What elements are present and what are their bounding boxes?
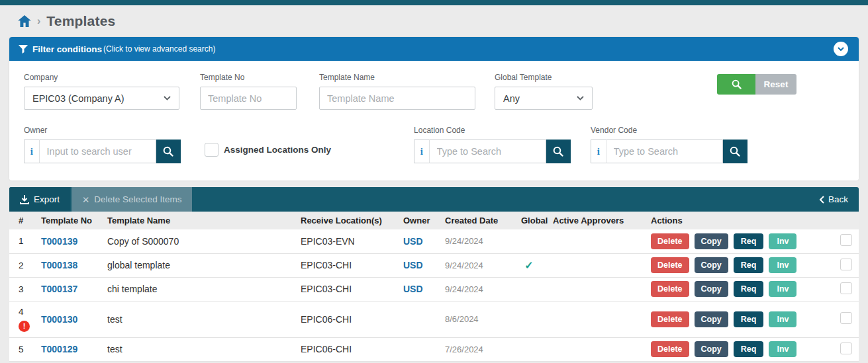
created-date-cell: 8/6/2024 bbox=[437, 301, 513, 337]
company-select[interactable]: EPIC03 (Company A) bbox=[24, 87, 179, 110]
inv-button[interactable]: Inv bbox=[769, 341, 796, 357]
delete-button[interactable]: Delete bbox=[651, 233, 689, 249]
receive-location-cell: EPIC03-EVN bbox=[293, 229, 395, 253]
row-number: 2 bbox=[19, 261, 24, 270]
template-name-input[interactable] bbox=[319, 87, 475, 110]
row-number: 4 bbox=[19, 307, 24, 317]
assigned-locations-checkbox[interactable] bbox=[205, 143, 218, 157]
home-icon[interactable] bbox=[18, 15, 31, 27]
delete-button[interactable]: Delete bbox=[651, 311, 689, 327]
active-approvers-cell bbox=[545, 253, 643, 277]
owner-link[interactable]: USD bbox=[403, 284, 423, 294]
header-checkbox bbox=[834, 212, 859, 229]
export-button[interactable]: Export bbox=[9, 187, 70, 212]
company-label: Company bbox=[24, 73, 179, 82]
delete-selected-button[interactable]: ✕ Delete Selected Items bbox=[72, 187, 192, 212]
created-date-cell: 9/24/2024 bbox=[437, 253, 513, 277]
delete-button[interactable]: Delete bbox=[651, 281, 689, 297]
template-no-link[interactable]: T000137 bbox=[41, 284, 77, 294]
template-no-link[interactable]: T000130 bbox=[41, 314, 77, 325]
copy-button[interactable]: Copy bbox=[695, 281, 728, 297]
template-no-link[interactable]: T000138 bbox=[41, 260, 77, 270]
copy-button[interactable]: Copy bbox=[695, 257, 728, 273]
search-icon bbox=[730, 146, 740, 157]
copy-button[interactable]: Copy bbox=[695, 311, 728, 327]
header-global: Global bbox=[513, 212, 545, 229]
row-checkbox[interactable] bbox=[840, 282, 852, 294]
location-code-search-button[interactable] bbox=[546, 140, 571, 163]
global-template-label: Global Template bbox=[495, 73, 593, 82]
filter-subtitle: (Click to view advanced search) bbox=[103, 44, 215, 54]
table-row: 4 ! T000130 test EPIC06-CHI 8/6/2024 ✓ D… bbox=[9, 301, 859, 337]
inv-button[interactable]: Inv bbox=[769, 311, 796, 327]
inv-button[interactable]: Inv bbox=[769, 281, 796, 297]
template-name-cell: chi template bbox=[99, 277, 293, 301]
req-button[interactable]: Req bbox=[734, 281, 764, 297]
header-receive-locations: Receive Location(s) bbox=[293, 212, 395, 229]
delete-button[interactable]: Delete bbox=[651, 341, 689, 357]
template-name-label: Template Name bbox=[319, 73, 475, 82]
filter-collapse-button[interactable] bbox=[834, 42, 848, 56]
chevron-down-icon bbox=[164, 96, 171, 101]
table-row: 5 ! T000129 test EPIC06-CHI 7/26/2024 ✓ … bbox=[9, 337, 859, 361]
global-template-select-value: Any bbox=[503, 93, 520, 104]
table-row: 1 ! T000139 Copy of S000070 EPIC03-EVN U… bbox=[9, 229, 859, 253]
receive-location-cell: EPIC06-CHI bbox=[293, 301, 395, 337]
owner-search-button[interactable] bbox=[156, 140, 181, 163]
template-no-link[interactable]: T000129 bbox=[41, 344, 77, 354]
receive-location-cell: EPIC06-CHI bbox=[293, 337, 395, 361]
filter-header[interactable]: Filter conditions (Click to view advance… bbox=[9, 37, 859, 61]
row-checkbox[interactable] bbox=[840, 234, 852, 246]
assigned-locations-checkbox-row[interactable]: Assigned Locations Only bbox=[205, 143, 331, 157]
table-toolbar: Export ✕ Delete Selected Items Back bbox=[9, 187, 859, 212]
back-button[interactable]: Back bbox=[808, 187, 859, 212]
table-body: 1 ! T000139 Copy of S000070 EPIC03-EVN U… bbox=[9, 229, 859, 361]
error-icon: ! bbox=[19, 321, 30, 332]
company-select-value: EPIC03 (Company A) bbox=[32, 93, 124, 104]
row-number: 3 bbox=[19, 284, 24, 294]
location-code-search-input[interactable] bbox=[429, 140, 546, 163]
copy-button[interactable]: Copy bbox=[695, 233, 728, 249]
header-actions: Actions bbox=[643, 212, 834, 229]
template-no-link[interactable]: T000139 bbox=[41, 236, 77, 247]
owner-link[interactable]: USD bbox=[403, 236, 423, 247]
owner-label: Owner bbox=[24, 126, 181, 135]
filter-search-button[interactable] bbox=[717, 74, 755, 95]
inv-button[interactable]: Inv bbox=[769, 257, 796, 273]
owner-search-input[interactable] bbox=[39, 140, 156, 163]
search-icon bbox=[163, 146, 173, 157]
delete-button[interactable]: Delete bbox=[651, 257, 689, 273]
vendor-code-search-button[interactable] bbox=[723, 140, 747, 163]
vendor-code-search-input[interactable] bbox=[606, 140, 723, 163]
info-icon: i bbox=[591, 140, 606, 163]
req-button[interactable]: Req bbox=[734, 341, 764, 357]
top-strip bbox=[0, 0, 868, 5]
template-name-cell: test bbox=[99, 337, 293, 361]
template-no-input[interactable] bbox=[200, 87, 297, 110]
search-icon bbox=[553, 146, 563, 157]
req-button[interactable]: Req bbox=[734, 233, 764, 249]
row-checkbox[interactable] bbox=[840, 343, 852, 354]
row-checkbox[interactable] bbox=[840, 259, 852, 270]
inv-button[interactable]: Inv bbox=[769, 233, 796, 249]
templates-table: # Template No Template Name Receive Loca… bbox=[9, 212, 859, 362]
owner-link[interactable]: USD bbox=[403, 260, 423, 270]
created-date-cell: 9/24/2024 bbox=[437, 229, 513, 253]
filter-panel: Filter conditions (Click to view advance… bbox=[9, 37, 859, 181]
copy-button[interactable]: Copy bbox=[695, 341, 728, 357]
active-approvers-cell bbox=[545, 301, 643, 337]
req-button[interactable]: Req bbox=[734, 257, 764, 273]
req-button[interactable]: Req bbox=[734, 311, 764, 327]
template-name-cell: Copy of S000070 bbox=[99, 229, 293, 253]
row-checkbox[interactable] bbox=[840, 312, 852, 324]
row-number: 5 bbox=[19, 344, 24, 354]
chevron-down-icon bbox=[838, 47, 844, 51]
reset-button[interactable]: Reset bbox=[755, 74, 796, 95]
download-icon bbox=[20, 195, 29, 204]
info-icon: i bbox=[414, 140, 429, 163]
global-template-select[interactable]: Any bbox=[495, 87, 593, 110]
filter-title: Filter conditions bbox=[32, 44, 102, 54]
header-template-no: Template No bbox=[33, 212, 99, 229]
receive-location-cell: EPIC03-CHI bbox=[293, 253, 395, 277]
table-header-row: # Template No Template Name Receive Loca… bbox=[9, 212, 859, 229]
